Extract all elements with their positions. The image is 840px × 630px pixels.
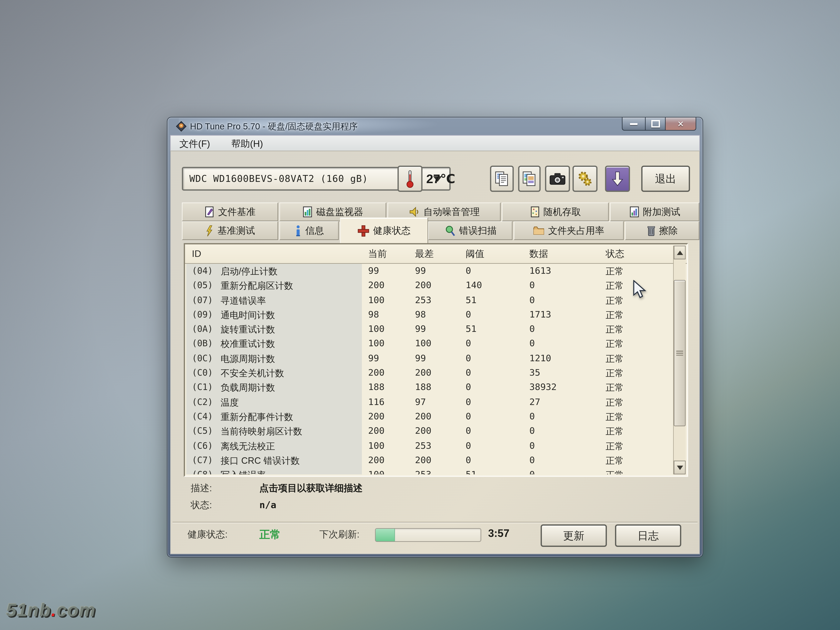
window-controls: ✕ xyxy=(622,117,696,131)
status-label: 状态: xyxy=(191,499,212,511)
folder-icon xyxy=(533,226,545,235)
table-row[interactable]: (C5) 当前待映射扇区计数 200 200 0 0 正常 xyxy=(185,425,673,439)
titlebar[interactable]: HD Tune Pro 5.70 - 硬盘/固态硬盘实用程序 ✕ xyxy=(167,117,703,135)
speaker-icon xyxy=(409,206,420,218)
temperature-value: 27℃ xyxy=(426,171,455,186)
file-benchmark-icon xyxy=(204,206,215,218)
thermometer-icon xyxy=(406,169,414,188)
maximize-button[interactable] xyxy=(646,117,665,131)
col-header-status[interactable]: 状态 xyxy=(606,248,624,260)
tab-random-access[interactable]: 随机存取 xyxy=(502,202,609,221)
lightning-icon xyxy=(205,225,214,237)
table-row[interactable]: (C7) 接口 CRC 错误计数 200 200 0 0 正常 xyxy=(185,454,673,468)
disk-monitor-icon xyxy=(303,206,313,218)
col-header-worst[interactable]: 最差 xyxy=(415,248,434,260)
table-row[interactable]: (09) 通电时间计数 98 98 0 1713 正常 xyxy=(185,308,673,323)
camera-icon xyxy=(549,172,566,186)
refresh-progress-bar xyxy=(375,528,481,542)
tab-label: 基准测试 xyxy=(218,225,255,237)
watermark-dot: . xyxy=(51,600,57,620)
tab-benchmark[interactable]: 基准测试 xyxy=(182,221,278,240)
table-row[interactable]: (0C) 电源周期计数 99 99 0 1210 正常 xyxy=(185,352,673,366)
trash-icon xyxy=(647,225,655,236)
table-row[interactable]: (C1) 负载周期计数 188 188 0 38932 正常 xyxy=(185,381,673,395)
watermark: 51nb.com xyxy=(6,600,96,621)
table-row[interactable]: (C6) 离线无法校正 100 253 0 0 正常 xyxy=(185,439,673,454)
tab-label: 自动噪音管理 xyxy=(423,206,480,218)
tab-label: 健康状态 xyxy=(373,225,411,237)
extra-tests-icon xyxy=(629,206,639,218)
table-row[interactable]: (C0) 不安全关机计数 200 200 0 35 正常 xyxy=(185,366,673,381)
copy-image-button[interactable] xyxy=(518,166,541,192)
menu-file[interactable]: 文件(F) xyxy=(179,138,210,150)
settings-button[interactable] xyxy=(573,166,597,192)
exit-button[interactable]: 退出 xyxy=(641,166,690,192)
smart-attributes-table: ID 当前 最差 阈值 数据 状态 (04) 启动/停止计数 99 99 0 1… xyxy=(184,243,688,477)
table-row[interactable]: (0B) 校准重试计数 100 100 0 0 正常 xyxy=(185,337,673,352)
status-value: n/a xyxy=(259,499,276,511)
table-row[interactable]: (0A) 旋转重试计数 100 99 51 0 正常 xyxy=(185,323,673,337)
exit-button-label: 退出 xyxy=(655,172,676,186)
menubar: 文件(F) 帮助(H) xyxy=(170,135,700,151)
minimize-icon xyxy=(630,123,638,125)
statusbar-divider xyxy=(172,522,698,523)
col-header-threshold[interactable]: 阈值 xyxy=(466,248,485,260)
tab-extra-tests[interactable]: 附加测试 xyxy=(610,202,699,221)
table-row[interactable]: (C2) 温度 116 97 0 27 正常 xyxy=(185,395,673,410)
maximize-icon xyxy=(651,120,660,128)
vertical-scrollbar[interactable] xyxy=(673,246,685,474)
tab-label: 附加测试 xyxy=(643,206,681,218)
health-status-value: 正常 xyxy=(259,527,281,542)
log-button-label: 日志 xyxy=(638,529,659,543)
screenshot-button[interactable] xyxy=(545,166,570,192)
col-header-data[interactable]: 数据 xyxy=(529,248,548,260)
tab-label: 文件基准 xyxy=(218,206,256,218)
tab-folder-usage[interactable]: 文件夹占用率 xyxy=(514,221,624,240)
tab-info[interactable]: 信息 xyxy=(279,221,339,240)
mouse-cursor xyxy=(633,280,646,299)
photo-scene: HD Tune Pro 5.70 - 硬盘/固态硬盘实用程序 ✕ 文件(F) 帮… xyxy=(0,0,840,630)
minimize-button[interactable] xyxy=(622,117,646,131)
table-header: ID 当前 最差 阈值 数据 状态 xyxy=(185,245,687,264)
tab-health-status[interactable]: 健康状态 xyxy=(340,218,428,243)
table-row[interactable]: (05) 重新分配扇区计数 200 200 140 0 正常 xyxy=(185,279,673,294)
scroll-down-button[interactable] xyxy=(674,461,685,474)
table-row[interactable]: (04) 启动/停止计数 99 99 0 1613 正常 xyxy=(185,264,673,279)
gears-icon xyxy=(576,170,594,188)
col-header-id[interactable]: ID xyxy=(192,248,201,259)
download-arrow-icon xyxy=(611,171,624,187)
update-button[interactable]: 更新 xyxy=(541,524,607,547)
log-button[interactable]: 日志 xyxy=(615,524,681,547)
copy-report-button[interactable] xyxy=(490,166,514,192)
copy-report-icon xyxy=(494,171,509,187)
tab-file-benchmark[interactable]: 文件基准 xyxy=(182,202,278,221)
tab-label: 磁盘监视器 xyxy=(316,206,363,218)
copy-image-icon xyxy=(522,171,537,187)
hdtune-window: HD Tune Pro 5.70 - 硬盘/固态硬盘实用程序 ✕ 文件(F) 帮… xyxy=(167,117,703,557)
next-refresh-label: 下次刷新: xyxy=(319,529,360,541)
table-row[interactable]: (C4) 重新分配事件计数 200 200 0 0 正常 xyxy=(185,410,673,425)
random-access-icon xyxy=(530,206,540,218)
hdtune-app-icon xyxy=(175,120,188,133)
tab-label: 错误扫描 xyxy=(459,225,497,237)
close-button[interactable]: ✕ xyxy=(665,117,696,131)
triangle-up-icon xyxy=(677,250,683,255)
save-results-button[interactable] xyxy=(605,166,630,192)
refresh-countdown: 3:57 xyxy=(488,527,509,540)
col-header-current[interactable]: 当前 xyxy=(368,248,387,260)
tab-label: 信息 xyxy=(305,225,324,237)
table-row[interactable]: (07) 寻道错误率 100 253 51 0 正常 xyxy=(185,294,673,308)
close-icon: ✕ xyxy=(677,119,684,128)
tab-erase[interactable]: 擦除 xyxy=(625,221,699,240)
scrollbar-grip xyxy=(676,351,683,355)
update-button-label: 更新 xyxy=(563,529,584,543)
scrollbar-thumb[interactable] xyxy=(674,280,685,426)
tab-error-scan[interactable]: 错误扫描 xyxy=(428,221,513,240)
description-value: 点击项目以获取详细描述 xyxy=(259,483,363,494)
menu-help[interactable]: 帮助(H) xyxy=(231,138,263,150)
temperature-button[interactable] xyxy=(398,166,423,192)
magnifier-icon xyxy=(444,225,455,237)
description-label: 描述: xyxy=(191,483,212,494)
table-row[interactable]: (C8) 写入错误率 100 253 51 0 正常 xyxy=(185,468,673,474)
scroll-up-button[interactable] xyxy=(674,246,685,259)
